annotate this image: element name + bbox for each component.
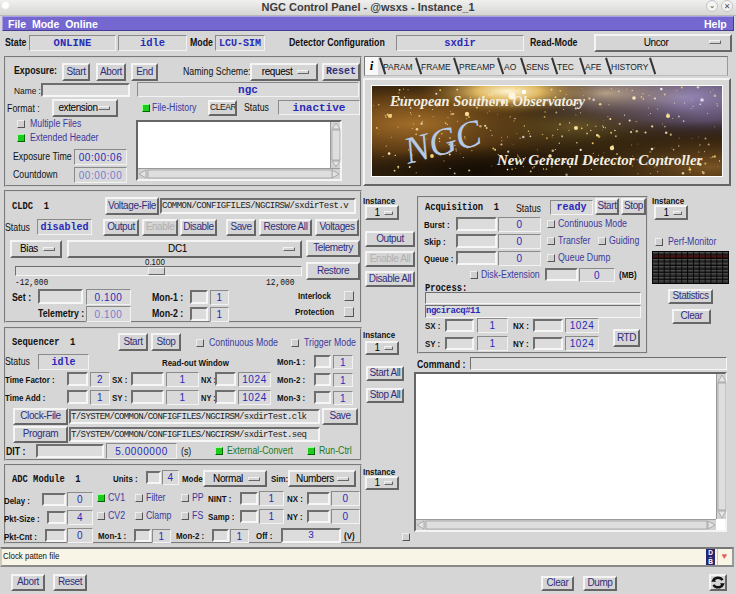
- svg-text:New General Detector Controlle: New General Detector Controller: [496, 152, 703, 168]
- svg-text:European Southern Observatory: European Southern Observatory: [389, 93, 586, 109]
- svg-text:B: B: [708, 558, 713, 565]
